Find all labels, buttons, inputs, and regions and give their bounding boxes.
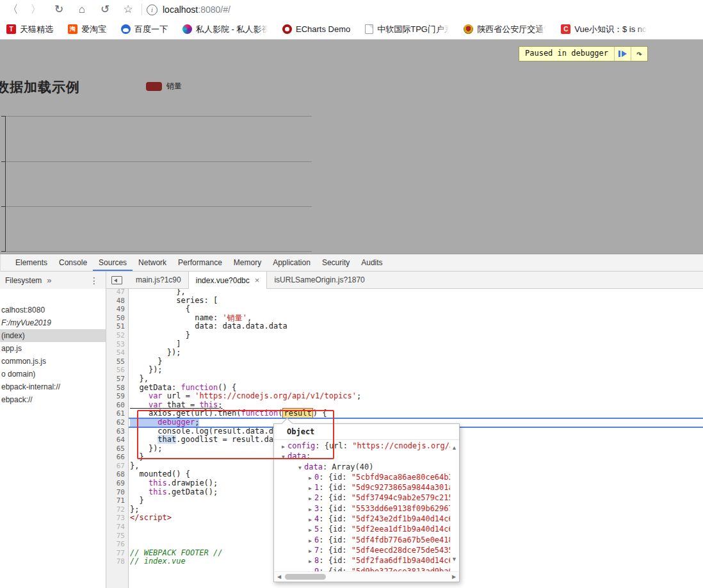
line-number[interactable]: 49 bbox=[106, 305, 128, 314]
code-line[interactable]: } bbox=[130, 331, 703, 340]
line-number[interactable]: 61 bbox=[106, 409, 128, 418]
menu-dots-icon[interactable]: ⋮ bbox=[90, 275, 99, 286]
object-property-row[interactable]: ▶9: {id: "5d9be327ece3813ad9ba04cc", bbox=[274, 566, 450, 571]
tab-network[interactable]: Network bbox=[133, 254, 172, 271]
code-line[interactable]: { bbox=[130, 305, 703, 314]
bookmark-item[interactable]: 中软国际TPG门户系 bbox=[365, 24, 449, 35]
line-number[interactable]: 48 bbox=[106, 297, 128, 306]
bookmark-item[interactable]: 百度一下 bbox=[121, 24, 168, 35]
editor-tab[interactable]: isURLSameOrigin.js?1870 bbox=[267, 272, 371, 288]
step-over-button[interactable]: ↷ bbox=[631, 47, 647, 61]
line-number[interactable]: 76 bbox=[106, 540, 128, 549]
scroll-right-icon[interactable]: ▶ bbox=[449, 574, 458, 580]
object-property-row[interactable]: ▶2: {id: "5df37494c9ab2e579c2156c0", bbox=[274, 493, 450, 503]
editor-tab[interactable]: main.js?1c90 bbox=[129, 272, 188, 288]
info-icon[interactable]: i bbox=[147, 4, 158, 15]
object-property-row[interactable]: ▶1: {id: "5d9c9273865a9844a301a0a5", bbox=[274, 482, 450, 493]
file-tree-item[interactable]: common.js.js bbox=[0, 355, 106, 368]
code-line[interactable]: }, bbox=[130, 375, 703, 384]
tab-console[interactable]: Console bbox=[53, 254, 93, 271]
bookmark-item[interactable]: T天猫精选 bbox=[6, 24, 53, 35]
bookmark-item[interactable]: ECharts Demo bbox=[282, 24, 350, 34]
line-number[interactable]: 65 bbox=[106, 445, 128, 453]
close-icon[interactable]: × bbox=[255, 276, 260, 284]
code-line[interactable]: }); bbox=[130, 366, 703, 375]
tab-application[interactable]: Application bbox=[267, 254, 316, 271]
line-number[interactable]: 69 bbox=[106, 479, 128, 488]
file-tree-item[interactable]: app.js bbox=[0, 342, 106, 355]
code-line[interactable]: }); bbox=[130, 348, 703, 357]
object-property-row[interactable]: ▶7: {id: "5df4eecd28dce75de5435c07", bbox=[274, 545, 450, 555]
scroll-up-icon[interactable]: ▲ bbox=[451, 445, 457, 451]
file-tree-item[interactable]: F:/myVue2019 bbox=[0, 316, 106, 329]
object-property-row[interactable]: ▶0: {id: "5cbfd9aca86ae80ce64b3175", bbox=[274, 472, 450, 482]
file-tree-item[interactable]: o domain) bbox=[0, 368, 106, 380]
line-number[interactable]: 58 bbox=[106, 384, 128, 393]
line-number[interactable]: 73 bbox=[106, 514, 128, 523]
expand-caret-icon[interactable]: ▼ bbox=[296, 463, 304, 473]
file-tree-item[interactable]: (index) bbox=[0, 329, 106, 342]
line-number[interactable]: 67 bbox=[106, 462, 128, 471]
refresh-icon[interactable]: ↻ bbox=[51, 0, 67, 19]
tab-security[interactable]: Security bbox=[316, 254, 355, 271]
line-number[interactable]: 72 bbox=[106, 505, 128, 514]
line-number[interactable]: 60 bbox=[106, 401, 128, 410]
line-number[interactable]: 57 bbox=[106, 375, 128, 384]
code-line[interactable]: } bbox=[130, 357, 703, 366]
code-line[interactable]: getData: function() { bbox=[130, 384, 703, 393]
line-number[interactable]: 51 bbox=[106, 322, 128, 331]
tab-filesystem[interactable]: Filesystem bbox=[5, 276, 42, 285]
line-number[interactable]: 63 bbox=[106, 427, 128, 436]
tab-sources[interactable]: Sources bbox=[93, 254, 133, 271]
line-number[interactable]: 50 bbox=[106, 314, 128, 323]
object-property-row[interactable]: ▶3: {id: "5533dd6e9138f09b629674fd", bbox=[274, 503, 450, 514]
address-bar[interactable]: localhost:8080/#/ bbox=[163, 4, 230, 15]
line-number[interactable]: 75 bbox=[106, 532, 128, 541]
object-property-row[interactable]: ▼data: Array(40) bbox=[274, 462, 450, 472]
navigator-toggle-icon[interactable] bbox=[111, 276, 122, 284]
line-number[interactable]: 53 bbox=[106, 340, 128, 349]
object-property-row[interactable]: ▶6: {id: "5df4fdb776a67b5e0e418200", bbox=[274, 535, 450, 545]
line-number[interactable]: 77 bbox=[106, 549, 128, 558]
file-tree-item[interactable]: ebpack-internal:// bbox=[0, 380, 106, 393]
scroll-down-icon[interactable]: ▼ bbox=[451, 556, 457, 562]
line-number[interactable]: 62 bbox=[106, 418, 128, 427]
editor-tab[interactable]: index.vue?0dbc× bbox=[188, 272, 268, 289]
line-number[interactable]: 70 bbox=[106, 488, 128, 497]
tab-elements[interactable]: Elements bbox=[10, 254, 53, 271]
history-icon[interactable]: ↺ bbox=[97, 0, 113, 19]
star-icon[interactable]: ☆ bbox=[120, 0, 136, 19]
line-number[interactable]: 47 bbox=[106, 289, 128, 297]
line-number[interactable]: 64 bbox=[106, 436, 128, 445]
code-line[interactable]: ] bbox=[130, 340, 703, 349]
home-icon[interactable]: ⌂ bbox=[74, 0, 90, 19]
tab-audits[interactable]: Audits bbox=[355, 254, 388, 271]
code-line[interactable]: series: [ bbox=[130, 297, 703, 306]
line-number[interactable]: 56 bbox=[106, 366, 128, 375]
line-number[interactable]: 71 bbox=[106, 496, 128, 505]
code-line[interactable]: data: data.data.data bbox=[130, 322, 703, 331]
line-number[interactable]: 74 bbox=[106, 523, 128, 532]
scroll-left-icon[interactable]: ◀ bbox=[275, 574, 284, 580]
bookmark-item[interactable]: 私人影院 - 私人影视 bbox=[182, 24, 268, 35]
line-number[interactable]: 68 bbox=[106, 470, 128, 479]
object-property-row[interactable]: ▶5: {id: "5df2eea1df1b9a40d14c65b1", bbox=[274, 524, 450, 534]
resume-script-button[interactable] bbox=[614, 47, 631, 61]
more-tabs-icon[interactable]: » bbox=[47, 275, 51, 285]
tab-performance[interactable]: Performance bbox=[172, 254, 228, 271]
line-number[interactable]: 54 bbox=[106, 348, 128, 357]
forward-icon[interactable]: 〉 bbox=[28, 0, 44, 19]
line-number[interactable]: 52 bbox=[106, 331, 128, 340]
line-number[interactable]: 55 bbox=[106, 357, 128, 366]
code-line[interactable]: name: '销量', bbox=[130, 314, 703, 323]
file-tree-item[interactable]: calhost:8080 bbox=[0, 304, 106, 316]
tab-memory[interactable]: Memory bbox=[228, 254, 267, 271]
line-number[interactable]: 59 bbox=[106, 392, 128, 401]
file-tree-item[interactable]: ebpack:// bbox=[0, 393, 106, 406]
bookmark-item[interactable]: 陕西省公安厅交通管 bbox=[464, 24, 546, 35]
bookmark-item[interactable]: CVue小知识：$ is no bbox=[561, 24, 647, 35]
bookmark-item[interactable]: 淘爱淘宝 bbox=[68, 24, 106, 35]
line-number[interactable]: 78 bbox=[106, 557, 128, 566]
back-icon[interactable]: 〈 bbox=[5, 0, 20, 19]
horizontal-scrollbar[interactable]: ◀ ▶ bbox=[275, 571, 458, 581]
